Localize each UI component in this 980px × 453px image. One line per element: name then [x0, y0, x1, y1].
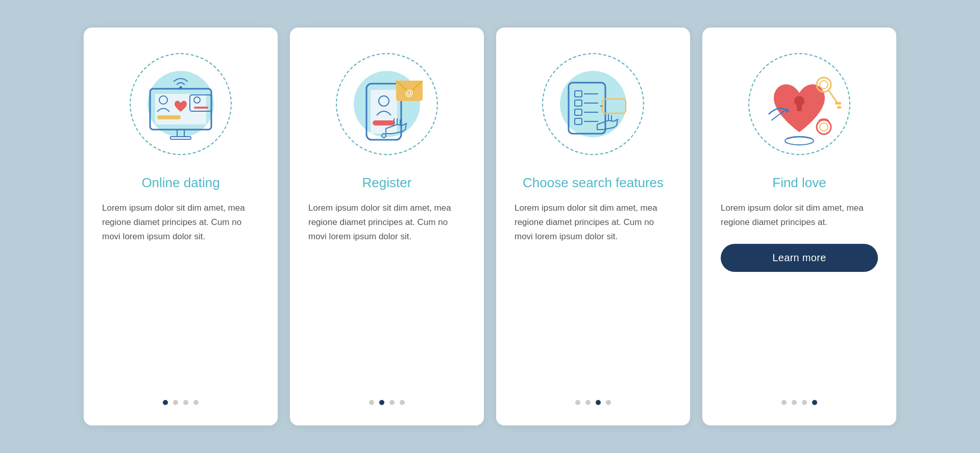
- dot-4: [812, 400, 817, 405]
- svg-rect-9: [194, 107, 208, 109]
- dot-2: [585, 400, 591, 405]
- register-svg: @: [341, 58, 433, 150]
- find-love-svg: [748, 53, 850, 155]
- svg-rect-39: [835, 102, 841, 105]
- learn-more-button[interactable]: Learn more: [721, 244, 878, 272]
- card-choose-search: Choose search features Lorem ipsum dolor…: [496, 28, 690, 425]
- dot-3: [802, 400, 807, 405]
- svg-point-37: [820, 81, 828, 89]
- svg-rect-27: [575, 118, 582, 124]
- svg-point-6: [179, 86, 182, 89]
- illustration-find-love: [743, 48, 855, 160]
- dots-choose-search: [575, 400, 611, 405]
- cards-container: Online dating Lorem ipsum dolor sit dim …: [63, 7, 917, 446]
- svg-rect-40: [837, 106, 841, 109]
- dot-4: [606, 400, 611, 405]
- dot-2: [173, 400, 178, 405]
- dot-2: [379, 400, 384, 405]
- dot-2: [792, 400, 797, 405]
- card-title-choose-search: Choose search features: [523, 174, 664, 192]
- svg-text:@: @: [405, 89, 413, 97]
- dots-register: [369, 400, 405, 405]
- svg-point-14: [382, 134, 386, 138]
- card-find-love: Find love Lorem ipsum dolor sit dim amet…: [702, 28, 896, 425]
- dot-1: [575, 400, 580, 405]
- card-title-online-dating: Online dating: [141, 174, 219, 192]
- svg-point-43: [817, 120, 831, 134]
- svg-rect-35: [797, 104, 802, 111]
- illustration-register: @: [331, 48, 443, 160]
- card-title-register: Register: [362, 174, 412, 192]
- svg-point-36: [817, 78, 831, 92]
- card-text-online-dating: Lorem ipsum dolor sit dim amet, mea regi…: [102, 201, 259, 244]
- illustration-choose-search: [537, 48, 649, 160]
- svg-rect-4: [177, 130, 184, 137]
- dot-3: [183, 400, 188, 405]
- card-online-dating: Online dating Lorem ipsum dolor sit dim …: [84, 28, 278, 425]
- svg-point-44: [820, 123, 828, 131]
- svg-rect-20: [569, 83, 605, 134]
- illustration-online-dating: [125, 48, 237, 160]
- svg-rect-3: [157, 115, 181, 119]
- card-text-find-love: Lorem ipsum dolor sit dim amet, mea regi…: [721, 201, 878, 230]
- svg-rect-25: [575, 109, 582, 115]
- dot-1: [163, 400, 168, 405]
- dot-1: [781, 400, 787, 405]
- svg-rect-23: [575, 100, 582, 106]
- card-text-register: Lorem ipsum dolor sit dim amet, mea regi…: [308, 201, 465, 244]
- card-title-find-love: Find love: [772, 174, 826, 192]
- card-register: @ Register Lorem ipsum dolor sit dim ame…: [290, 28, 484, 425]
- dot-1: [369, 400, 374, 405]
- dots-online-dating: [163, 400, 199, 405]
- dot-3: [596, 400, 601, 405]
- dot-3: [389, 400, 395, 405]
- card-text-choose-search: Lorem ipsum dolor sit dim amet, mea regi…: [514, 201, 672, 244]
- svg-rect-13: [373, 120, 395, 125]
- svg-rect-5: [170, 137, 191, 139]
- svg-rect-21: [575, 91, 582, 97]
- svg-point-45: [785, 137, 814, 145]
- dot-4: [193, 400, 199, 405]
- dot-4: [400, 400, 405, 405]
- online-dating-svg: [135, 58, 227, 150]
- choose-search-svg: [547, 58, 639, 150]
- dots-find-love: [781, 400, 817, 405]
